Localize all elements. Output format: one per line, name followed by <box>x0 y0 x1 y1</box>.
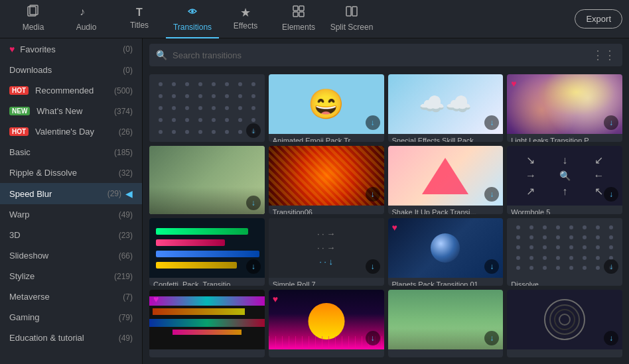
grid-label-landscape <box>388 349 504 357</box>
sidebar: ♥ Favorites (0) Downloads (0) HOT Recomm… <box>0 38 143 364</box>
grid-label-retro <box>269 349 384 357</box>
grid-item-landscape[interactable]: ↓ <box>388 290 504 357</box>
download-icon-confetti[interactable]: ↓ <box>246 259 261 274</box>
sidebar-item-downloads[interactable]: Downloads (0) <box>0 60 142 80</box>
thumb-retro: ♥ ↓ <box>269 290 384 349</box>
sidebar-label-gaming: Gaming <box>9 312 40 322</box>
sidebar-count-slideshow: (66) <box>119 251 133 261</box>
nav-item-effects[interactable]: ★ Effects <box>219 0 272 38</box>
grid-item-glitch[interactable]: ♥ <box>149 290 265 357</box>
nav-item-audio[interactable]: ♪ Audio <box>60 0 113 38</box>
badge-hot-valentines: HOT <box>9 127 29 136</box>
nav-item-media[interactable]: Media <box>7 0 60 38</box>
media-icon <box>27 5 40 20</box>
search-bar: 🔍 ⋮⋮ <box>149 44 622 66</box>
grid-item-planets[interactable]: ♥ ↓ Planets Pack Transition 01 <box>388 218 504 286</box>
grid-item-fade[interactable]: ↓ Fade <box>149 74 265 142</box>
thumb-planets: ♥ ↓ <box>388 218 504 278</box>
grid-item-transition02[interactable]: ↓ Transition_02 <box>149 146 265 213</box>
grid-label-transition06: Transition06 <box>269 206 384 213</box>
download-icon-wormhole[interactable]: ↓ <box>604 187 618 202</box>
sidebar-count-3d: (23) <box>119 231 133 240</box>
export-button[interactable]: Export <box>575 9 622 29</box>
download-icon-retro[interactable]: ↓ <box>366 331 380 345</box>
sidebar-item-stylize[interactable]: Stylize (219) <box>0 266 142 286</box>
sidebar-item-whatsnew[interactable]: NEW What's New (374) <box>0 101 142 121</box>
svg-rect-9 <box>352 7 357 16</box>
sidebar-item-warp[interactable]: Warp (49) <box>0 204 142 225</box>
grid-label-shakeitup: Shake It Up Pack Transi... <box>388 206 504 213</box>
sidebar-item-basic[interactable]: Basic (185) <box>0 142 142 162</box>
elements-icon <box>292 5 305 20</box>
thumb-confetti: ↓ <box>149 218 265 278</box>
sidebar-count-favorites: (0) <box>123 44 133 54</box>
nav-item-transitions[interactable]: Transitions <box>166 0 219 38</box>
grid-item-simpleroll[interactable]: · · → · · → · · ↓ ↓ Simple Roll 7 <box>269 218 384 286</box>
sidebar-label-whatsnew: What's New <box>36 106 82 116</box>
sidebar-count-warp: (49) <box>119 210 133 219</box>
grid-item-confetti[interactable]: ↓ Confetti_Pack_Transitio... <box>149 218 265 286</box>
sidebar-item-education[interactable]: Education & tutorial (49) <box>0 328 142 348</box>
download-icon-emoji[interactable]: ↓ <box>366 115 380 130</box>
grid-item-shakeitup[interactable]: ↓ Shake It Up Pack Transi... <box>388 146 504 213</box>
nav-label-media: Media <box>23 23 44 32</box>
sidebar-count-downloads: (0) <box>123 66 133 75</box>
nav-item-titles[interactable]: T Titles <box>113 0 166 38</box>
download-icon-simpleroll[interactable]: ↓ <box>366 259 380 274</box>
sidebar-label-ripple: Ripple & Dissolve <box>9 168 77 178</box>
effects-icon: ★ <box>240 7 251 19</box>
download-icon-spiral[interactable]: ↓ <box>604 331 618 345</box>
grid-item-wormhole5[interactable]: ↘ ↓ ↙ → 🔍 ← ↗ ↑ ↖ ↓ Wormhole 5 <box>507 146 622 213</box>
download-icon-transition06[interactable]: ↓ <box>366 187 380 202</box>
sidebar-item-gaming[interactable]: Gaming (79) <box>0 307 142 328</box>
sidebar-item-slideshow[interactable]: Slideshow (66) <box>0 245 142 266</box>
search-input[interactable] <box>173 50 587 60</box>
thumb-transition06: ↓ <box>269 146 384 206</box>
download-icon-transition02[interactable]: ↓ <box>246 196 261 210</box>
nav-items: Media ♪ Audio T Titles Transitions ★ Eff… <box>7 0 575 38</box>
splitscreen-icon <box>345 5 358 20</box>
titles-icon: T <box>136 7 143 18</box>
sidebar-label-education: Education & tutorial <box>9 333 84 343</box>
grid-label-emoji: Animated Emoji Pack Tr... <box>269 134 384 142</box>
grid-item-lightleaks[interactable]: ♥ ↓ Light Leaks Transition P... <box>507 74 622 142</box>
svg-point-12 <box>555 310 575 330</box>
svg-point-3 <box>191 10 194 13</box>
download-icon-fade[interactable]: ↓ <box>246 123 261 138</box>
grid-item-special-effects[interactable]: ☁️☁️ ↓ Special Effects Skill Pack... <box>388 74 504 142</box>
badge-hot-recommended: HOT <box>9 86 29 95</box>
nav-label-audio: Audio <box>76 23 97 32</box>
sidebar-count-education: (49) <box>119 334 133 343</box>
thumb-wormhole: ↘ ↓ ↙ → 🔍 ← ↗ ↑ ↖ ↓ <box>507 146 622 206</box>
grid-label-special: Special Effects Skill Pack... <box>388 134 504 142</box>
grid-item-spiral[interactable]: ↓ <box>507 290 622 357</box>
sidebar-label-warp: Warp <box>9 210 30 219</box>
sidebar-item-recommended[interactable]: HOT Recommended (500) <box>0 80 142 101</box>
sidebar-label-3d: 3D <box>9 230 21 240</box>
sidebar-item-metaverse[interactable]: Metaverse (7) <box>0 286 142 307</box>
sidebar-count-ripple: (32) <box>119 168 133 178</box>
nav-item-splitscreen[interactable]: Split Screen <box>325 0 378 38</box>
download-icon-planets[interactable]: ↓ <box>484 259 499 274</box>
download-icon-lightleaks[interactable]: ↓ <box>604 115 618 130</box>
download-icon-shakeitup[interactable]: ↓ <box>484 187 499 202</box>
grid-item-retro[interactable]: ♥ ↓ <box>269 290 384 357</box>
thumb-simpleroll: · · → · · → · · ↓ ↓ <box>269 218 384 278</box>
sidebar-item-3d[interactable]: 3D (23) <box>0 225 142 245</box>
grid-options-icon[interactable]: ⋮⋮ <box>592 48 616 62</box>
grid-label-spiral <box>507 349 622 357</box>
thumb-spiral: ↓ <box>507 290 622 349</box>
sidebar-item-ripple[interactable]: Ripple & Dissolve (32) <box>0 162 142 183</box>
sidebar-item-speedblur[interactable]: Speed Blur (29) ◀ <box>0 183 142 204</box>
search-icon: 🔍 <box>156 50 167 60</box>
download-icon-landscape[interactable]: ↓ <box>484 331 499 345</box>
grid-item-dissolve[interactable]: ↓ Dissolve <box>507 218 622 286</box>
sidebar-item-favorites[interactable]: ♥ Favorites (0) <box>0 38 142 60</box>
sidebar-count-speedblur: (29) <box>107 189 121 198</box>
grid-item-transition06[interactable]: ↓ Transition06 <box>269 146 384 213</box>
download-icon-dissolve[interactable]: ↓ <box>604 259 618 274</box>
grid-item-emoji[interactable]: 😄 ↓ Animated Emoji Pack Tr... <box>269 74 384 142</box>
nav-item-elements[interactable]: Elements <box>272 0 325 38</box>
download-icon-special[interactable]: ↓ <box>484 115 499 130</box>
sidebar-item-valentines[interactable]: HOT Valentine's Day (26) <box>0 121 142 142</box>
